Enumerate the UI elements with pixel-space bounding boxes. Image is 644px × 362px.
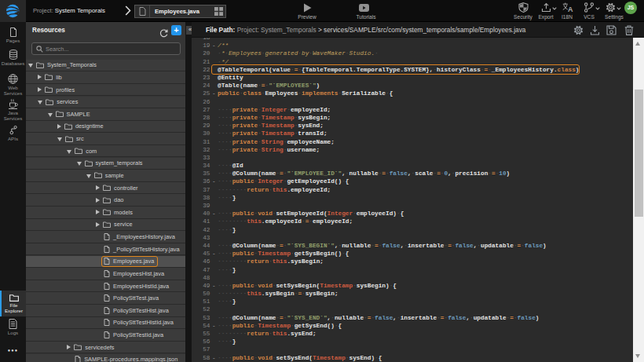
svg-text:A: A <box>568 5 573 13</box>
